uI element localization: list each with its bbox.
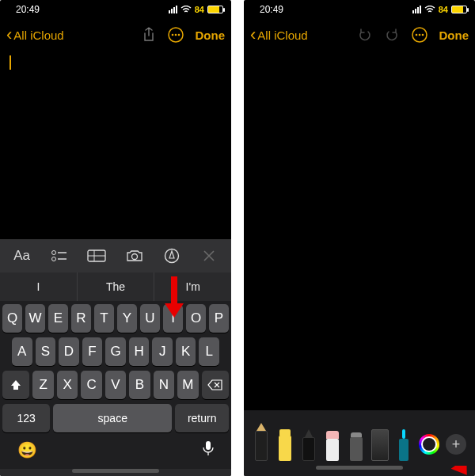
shift-icon (10, 379, 22, 391)
key-l[interactable]: L (199, 337, 219, 366)
key-m[interactable]: M (177, 371, 198, 399)
suggestion-2[interactable]: The (78, 272, 155, 301)
color-picker-button[interactable] (419, 434, 439, 455)
key-n[interactable]: N (154, 371, 174, 399)
key-f[interactable]: F (82, 337, 103, 366)
pencil-tool[interactable] (300, 429, 317, 461)
markup-button[interactable] (153, 239, 190, 272)
brush-tool[interactable] (395, 429, 412, 461)
checklist-icon (51, 249, 68, 262)
svg-point-3 (177, 34, 180, 36)
key-v[interactable]: V (105, 371, 126, 399)
key-j[interactable]: J (152, 337, 173, 366)
backspace-icon (207, 379, 223, 390)
camera-icon (126, 249, 143, 262)
key-g[interactable]: G (105, 337, 126, 366)
home-indicator[interactable] (72, 469, 159, 473)
lasso-tool[interactable] (348, 432, 365, 461)
key-w[interactable]: W (25, 304, 45, 333)
back-button[interactable]: ‹ All iCloud (250, 26, 308, 44)
key-123[interactable]: 123 (2, 404, 50, 432)
svg-point-6 (51, 257, 55, 261)
phone-left: 20:49 84 ‹ All iCloud Done (0, 0, 231, 476)
more-button[interactable] (411, 26, 428, 44)
table-icon (87, 249, 106, 262)
key-o[interactable]: O (186, 304, 206, 333)
status-bar: 20:49 84 (0, 0, 231, 19)
svg-point-4 (51, 251, 55, 255)
checklist-button[interactable] (40, 239, 78, 272)
phone-right: 20:49 84 ‹ All iCloud Done (244, 0, 475, 476)
svg-point-11 (131, 254, 137, 260)
done-button[interactable]: Done (439, 29, 469, 42)
marker-tool[interactable] (276, 429, 294, 461)
key-t[interactable]: T (94, 304, 114, 333)
key-delete[interactable] (202, 371, 229, 399)
key-a[interactable]: A (12, 337, 32, 366)
text-cursor (10, 55, 11, 70)
key-c[interactable]: C (81, 371, 101, 399)
status-right: 84 (412, 5, 467, 14)
share-icon (142, 27, 156, 43)
battery-icon (451, 6, 467, 13)
signal-icon (412, 6, 421, 13)
markup-toolbar: + (244, 410, 475, 466)
svg-point-1 (171, 34, 173, 36)
eraser-tool[interactable] (324, 431, 341, 461)
chevron-left-icon: ‹ (250, 26, 256, 44)
svg-rect-13 (206, 441, 211, 450)
key-space[interactable]: space (53, 404, 172, 432)
home-indicator[interactable] (316, 466, 403, 470)
key-s[interactable]: S (36, 337, 56, 366)
back-button[interactable]: ‹ All iCloud (6, 26, 64, 44)
add-tool-button[interactable]: + (446, 434, 466, 455)
wifi-icon (180, 6, 192, 13)
key-p[interactable]: P (209, 304, 229, 333)
chevron-left-icon: ‹ (6, 26, 12, 44)
key-y[interactable]: Y (117, 304, 137, 333)
svg-point-16 (418, 34, 420, 36)
key-k[interactable]: K (176, 337, 196, 366)
emoji-button[interactable]: 😀 (17, 440, 37, 459)
close-toolbar-button[interactable] (191, 239, 228, 272)
ellipsis-circle-icon (167, 26, 184, 44)
more-button[interactable] (167, 26, 184, 44)
pen-tool[interactable] (253, 423, 270, 461)
key-q[interactable]: Q (2, 304, 22, 333)
keyboard-toolbar: Aa (0, 239, 231, 272)
key-b[interactable]: B (129, 371, 150, 399)
status-bar: 20:49 84 (244, 0, 475, 19)
ruler-tool[interactable] (371, 429, 389, 461)
table-button[interactable] (78, 239, 116, 272)
markup-pen-circle-icon (164, 248, 180, 264)
key-shift[interactable] (2, 371, 29, 399)
key-e[interactable]: E (48, 304, 68, 333)
key-u[interactable]: U (140, 304, 160, 333)
undo-button[interactable] (357, 27, 373, 43)
status-right: 84 (169, 5, 223, 14)
battery-percent: 84 (195, 5, 204, 14)
dictation-button[interactable] (203, 440, 214, 460)
text-format-button[interactable]: Aa (3, 239, 40, 272)
camera-button[interactable] (116, 239, 153, 272)
note-editor[interactable] (0, 51, 231, 239)
ellipsis-circle-icon (411, 26, 428, 44)
nav-bar: ‹ All iCloud Done (244, 19, 475, 51)
drawing-canvas[interactable] (244, 51, 475, 410)
key-h[interactable]: H (129, 337, 150, 366)
suggestion-1[interactable]: I (0, 272, 78, 301)
status-time: 20:49 (260, 4, 283, 15)
plus-icon: + (452, 436, 461, 453)
key-d[interactable]: D (59, 337, 79, 366)
key-z[interactable]: Z (32, 371, 53, 399)
keyboard-footer: 😀 (0, 434, 231, 469)
done-button[interactable]: Done (196, 29, 226, 42)
annotation-arrow-markup (165, 276, 184, 318)
redo-button[interactable] (384, 27, 400, 43)
undo-icon (357, 27, 373, 43)
key-return[interactable]: return (175, 404, 229, 432)
key-x[interactable]: X (57, 371, 78, 399)
key-r[interactable]: R (71, 304, 91, 333)
mic-icon (203, 440, 214, 456)
share-button[interactable] (142, 27, 156, 43)
